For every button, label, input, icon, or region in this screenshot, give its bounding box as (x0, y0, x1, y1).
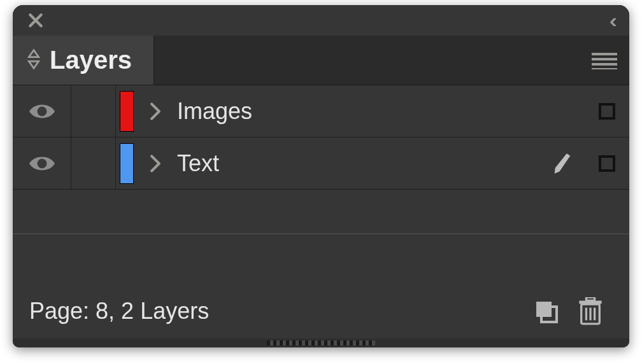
layers-panel: ‹‹ Layers (13, 5, 629, 347)
svg-rect-3 (592, 68, 617, 69)
selection-box[interactable] (599, 155, 615, 172)
resize-grip[interactable] (13, 339, 629, 347)
lock-cell[interactable] (71, 85, 116, 137)
collapse-panel-icon[interactable]: ‹‹ (610, 11, 615, 29)
svg-rect-1 (592, 58, 617, 60)
layer-name: Images (164, 98, 540, 125)
tab-bar: Layers (13, 36, 629, 85)
layer-list: Images Text (13, 85, 629, 234)
svg-point-5 (37, 158, 46, 168)
tab-title: Layers (50, 46, 132, 74)
layer-color-swatch (120, 143, 134, 184)
visibility-toggle[interactable] (13, 137, 71, 189)
svg-rect-0 (592, 53, 617, 55)
new-layer-button[interactable] (524, 292, 568, 330)
layer-color-swatch (120, 91, 134, 132)
active-layer-indicator (540, 152, 585, 175)
disclosure-toggle[interactable] (134, 102, 164, 120)
visibility-toggle[interactable] (13, 85, 71, 137)
delete-layer-button[interactable] (568, 292, 613, 330)
pen-icon (551, 152, 574, 175)
layer-row[interactable]: Text (13, 137, 629, 190)
eye-icon (28, 155, 56, 172)
svg-rect-9 (586, 297, 594, 301)
panel-footer: Page: 8, 2 Layers (13, 284, 629, 339)
svg-point-4 (37, 106, 46, 116)
svg-rect-2 (592, 63, 617, 66)
layer-row[interactable]: Images (13, 85, 629, 137)
chevron-right-icon (150, 102, 161, 120)
selection-box[interactable] (599, 103, 615, 120)
panel-menu-icon[interactable] (580, 36, 629, 85)
new-layer-icon (533, 298, 559, 324)
eye-icon (28, 102, 56, 120)
close-icon[interactable] (27, 11, 45, 29)
lock-cell[interactable] (71, 137, 116, 189)
trash-icon (578, 297, 603, 325)
tab-layers[interactable]: Layers (13, 36, 154, 85)
svg-rect-6 (536, 302, 552, 317)
layer-name: Text (164, 150, 540, 177)
updown-icon (27, 48, 41, 73)
chevron-right-icon (150, 155, 161, 172)
disclosure-toggle[interactable] (134, 155, 164, 172)
footer-status: Page: 8, 2 Layers (29, 298, 209, 325)
panel-topstrip: ‹‹ (13, 5, 629, 36)
empty-slot (13, 190, 629, 234)
